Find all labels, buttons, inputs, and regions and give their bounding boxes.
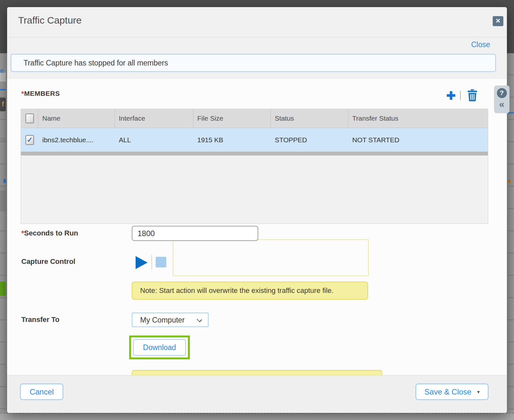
background-badge-fragment: f: [0, 98, 6, 111]
save-and-close-button[interactable]: Save & Close ▾: [416, 384, 488, 400]
column-header-file-size[interactable]: File Size: [193, 109, 271, 128]
required-asterisk: *: [21, 90, 24, 97]
capture-control-separator: [151, 255, 152, 270]
members-section-label: *MEMBERS: [21, 90, 60, 97]
row-checkbox[interactable]: ✓: [26, 135, 34, 145]
background-link-fragment: e: [0, 67, 6, 75]
select-all-cell: [21, 109, 38, 128]
play-icon[interactable]: [136, 256, 148, 269]
toolbar-separator: [460, 91, 461, 100]
background-green-band: [0, 282, 6, 296]
close-link[interactable]: Close: [471, 40, 490, 49]
transfer-to-dropdown[interactable]: My Computer: [132, 313, 209, 327]
status-banner: Traffic Capture has stopped for all memb…: [11, 54, 496, 72]
background-left-edge: e f os: [0, 53, 6, 413]
background-tab-underline: [0, 89, 6, 90]
cell-interface: ALL: [115, 128, 193, 152]
background-bottom-edge: [0, 413, 514, 420]
add-member-button[interactable]: [445, 90, 457, 101]
row-select-cell: ✓: [21, 128, 38, 152]
background-text-fragment: os: [0, 135, 6, 143]
column-header-status[interactable]: Status: [271, 109, 348, 128]
column-header-name[interactable]: Name: [38, 109, 115, 128]
highlight-artifact: [173, 239, 369, 276]
table-row[interactable]: ✓ ibns2.techblue.... ALL 1915 KB STOPPED…: [21, 128, 488, 152]
overwrite-note: Note: Start action will overwrite the ex…: [132, 282, 368, 300]
dialog-header: Traffic Capture ✕ Close Traffic Capture …: [7, 7, 507, 79]
cell-status: STOPPED: [271, 128, 348, 152]
column-header-interface[interactable]: Interface: [115, 109, 193, 128]
close-icon[interactable]: ✕: [493, 16, 503, 26]
capture-control-label: Capture Control: [21, 257, 75, 266]
plus-icon: [445, 90, 457, 101]
download-button[interactable]: Download: [133, 339, 186, 356]
save-and-close-label: Save & Close: [425, 387, 471, 396]
members-table: Name Interface File Size Status Transfer…: [21, 109, 488, 224]
background-orange-dot: [508, 180, 510, 183]
chevron-down-icon: [197, 317, 202, 322]
background-band: [0, 191, 6, 211]
cancel-button[interactable]: Cancel: [20, 384, 63, 400]
menu-caret-icon: ▾: [477, 389, 480, 395]
help-icon[interactable]: ?: [497, 88, 507, 98]
transfer-to-label: Transfer To: [21, 315, 59, 324]
header-divider: [7, 37, 507, 37]
cell-transfer-status: NOT STARTED: [348, 128, 488, 152]
delete-member-button[interactable]: [467, 89, 478, 101]
collapse-panel-icon[interactable]: «: [494, 98, 509, 110]
select-all-checkbox[interactable]: [26, 114, 34, 123]
dialog-title: Traffic Capture: [18, 15, 82, 26]
transfer-to-value: My Computer: [140, 313, 185, 327]
required-asterisk: *: [21, 229, 24, 237]
help-panel: ? «: [494, 85, 509, 113]
table-empty-area: [21, 155, 488, 224]
stop-icon[interactable]: [156, 257, 166, 267]
cell-name: ibns2.techblue....: [38, 128, 115, 152]
cell-file-size: 1915 KB: [193, 128, 271, 152]
background-blue-dot: [4, 179, 6, 183]
screen: e f os Traffic Capture ✕ Close Traffic C…: [0, 0, 514, 420]
seconds-to-run-label: *Seconds to Run: [21, 229, 78, 237]
table-header-row: Name Interface File Size Status Transfer…: [21, 109, 488, 128]
horizontal-scrollbar[interactable]: [21, 152, 488, 155]
seconds-to-run-input[interactable]: [132, 226, 258, 241]
background-tab-underline: [508, 112, 514, 114]
dialog-footer: Cancel Save & Close ▾: [7, 375, 507, 413]
traffic-capture-dialog: Traffic Capture ✕ Close Traffic Capture …: [7, 7, 507, 413]
trash-icon: [467, 89, 478, 101]
column-header-transfer-status[interactable]: Transfer Status: [348, 109, 488, 128]
